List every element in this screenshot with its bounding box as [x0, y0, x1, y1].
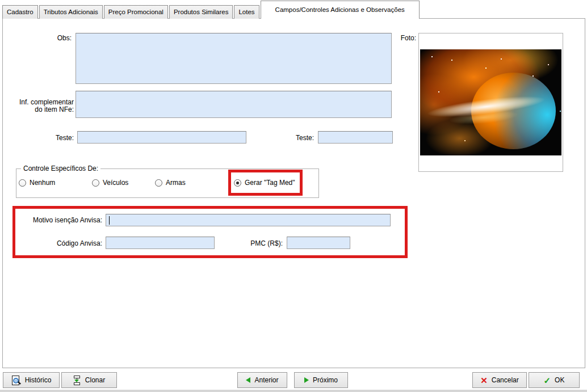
inf-complementar-label: Inf. complementar do item NFe:	[11, 99, 74, 113]
controle-especificos-title: Controle Específicos De:	[21, 165, 100, 172]
codigo-anvisa-input[interactable]	[106, 237, 215, 249]
proximo-button[interactable]: Próximo	[294, 372, 348, 388]
clonar-button-label: Clonar	[85, 376, 105, 384]
radio-veiculos-label: Veículos	[103, 179, 128, 187]
tab-lotes[interactable]: Lotes	[234, 5, 259, 19]
inf-complementar-textarea[interactable]	[76, 91, 392, 118]
ok-button-label: OK	[555, 376, 564, 384]
radio-nenhum-label: Nenhum	[30, 179, 55, 187]
product-photo	[420, 49, 561, 155]
text-caret	[109, 216, 110, 225]
teste2-input[interactable]	[318, 131, 393, 144]
radio-veiculos[interactable]: Veículos	[92, 179, 128, 187]
tab-produtos-similares[interactable]: Produtos Similares	[169, 5, 233, 19]
anterior-button-label: Anterior	[254, 376, 278, 384]
clonar-button[interactable]: Clonar	[61, 372, 117, 388]
history-search-icon	[11, 376, 21, 385]
tab-campos-controles[interactable]: Campos/Controles Adicionas e Observações	[261, 1, 420, 19]
check-icon: ✓	[544, 376, 551, 385]
radio-circle-icon[interactable]	[19, 179, 26, 187]
radio-gerar-tag-med[interactable]: Gerar "Tag Med"	[234, 179, 295, 187]
teste2-label: Teste:	[272, 134, 314, 142]
radio-armas[interactable]: Armas	[155, 179, 186, 187]
arrow-left-icon	[246, 377, 250, 383]
radio-circle-icon[interactable]	[155, 179, 162, 187]
tab-cadastro[interactable]: Cadastro	[2, 5, 38, 19]
proximo-button-label: Próximo	[313, 376, 338, 384]
teste1-label: Teste:	[34, 134, 74, 142]
x-icon: ✕	[480, 376, 488, 385]
tab-tributos-adicionais[interactable]: Tributos Adicionais	[39, 5, 103, 19]
radio-gerar-tag-med-label: Gerar "Tag Med"	[245, 179, 295, 187]
historico-button[interactable]: Histórico	[3, 372, 60, 388]
obs-label: Obs:	[26, 34, 72, 42]
arrow-right-icon	[304, 377, 309, 383]
tab-bar: Cadastro Tributos Adicionais Preço Promo…	[2, 0, 421, 19]
motivo-isencao-anvisa-label: Motivo isenção Anvisa:	[23, 216, 102, 224]
radio-circle-icon[interactable]	[234, 179, 241, 187]
teste1-input[interactable]	[77, 131, 246, 144]
radio-nenhum[interactable]: Nenhum	[19, 179, 55, 187]
codigo-anvisa-label: Código Anvisa:	[34, 239, 102, 247]
tab-preco-promocional[interactable]: Preço Promocional	[104, 5, 168, 19]
window-bottom-edge	[0, 390, 587, 392]
radio-circle-icon[interactable]	[92, 179, 99, 187]
ok-button[interactable]: ✓ OK	[529, 372, 580, 388]
product-form-window: Cadastro Tributos Adicionais Preço Promo…	[0, 0, 587, 392]
pmc-label: PMC (R$):	[237, 239, 283, 247]
stars	[431, 56, 433, 57]
radio-armas-label: Armas	[166, 179, 186, 187]
anterior-button[interactable]: Anterior	[237, 372, 287, 388]
cancelar-button[interactable]: ✕ Cancelar	[472, 372, 527, 388]
historico-button-label: Histórico	[25, 376, 52, 384]
obs-textarea[interactable]	[76, 33, 392, 84]
pmc-input[interactable]	[287, 237, 350, 249]
cancelar-button-label: Cancelar	[492, 376, 519, 384]
photo-frame	[418, 33, 563, 172]
foto-label: Foto:	[388, 34, 416, 42]
clone-icon	[73, 376, 81, 385]
motivo-isencao-anvisa-input[interactable]	[106, 214, 391, 226]
